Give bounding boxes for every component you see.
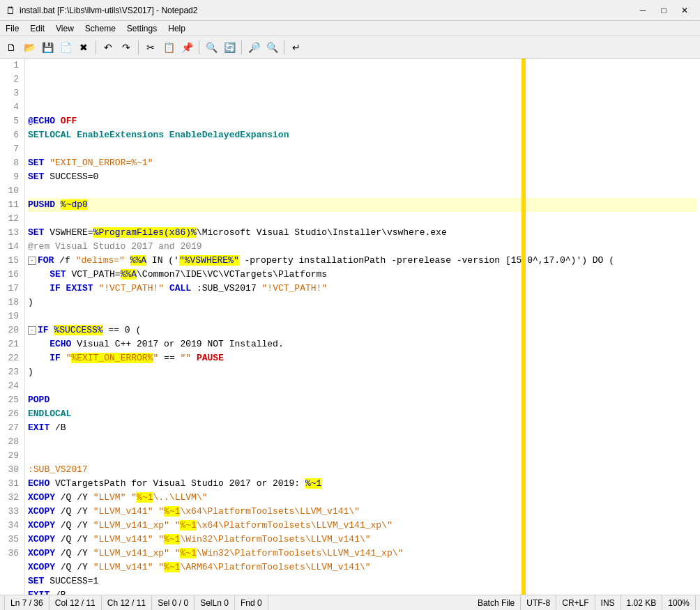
code-line-1: @ECHO OFF <box>28 114 697 128</box>
editor[interactable]: 1234567891011121314151617181920212223242… <box>0 59 700 595</box>
menu-settings[interactable]: Settings <box>121 21 162 36</box>
status-sel: Sel 0 / 0 <box>152 595 195 610</box>
line-number-11: 11 <box>3 198 19 212</box>
line-number-21: 21 <box>3 337 19 351</box>
status-selln: SelLn 0 <box>195 595 235 610</box>
line-number-19: 19 <box>3 310 19 323</box>
minimize-button[interactable]: ─ <box>633 3 653 17</box>
line-numbers: 1234567891011121314151617181920212223242… <box>0 59 25 595</box>
code-line-9: SET VSWHERE=%ProgramFiles(x86)%\Microsof… <box>28 226 697 240</box>
line-number-27: 27 <box>3 421 19 435</box>
code-line-19: ) <box>28 365 697 379</box>
line-number-23: 23 <box>3 365 19 379</box>
editor-container: 1234567891011121314151617181920212223242… <box>0 59 700 595</box>
line-number-26: 26 <box>3 407 19 421</box>
status-fnd: Fnd 0 <box>235 595 268 610</box>
code-line-14: ) <box>28 296 697 310</box>
code-line-28: XCOPY /Q /Y "LLVM" "%~1\..\LLVM\" <box>28 491 697 505</box>
code-line-23: EXIT /B <box>28 421 697 435</box>
status-filetype: Batch File <box>472 595 521 610</box>
fold-16[interactable]: - <box>28 326 36 335</box>
code-line-33: XCOPY /Q /Y "LLVM_v141" "%~1\ARM64\Platf… <box>28 561 697 574</box>
find-button[interactable]: 🔍 <box>203 39 220 56</box>
line-number-30: 30 <box>3 463 19 477</box>
window-controls: ─ □ ✕ <box>633 3 694 17</box>
menu-view[interactable]: View <box>50 21 79 36</box>
code-line-20 <box>28 379 697 393</box>
line-number-22: 22 <box>3 351 19 365</box>
line-number-12: 12 <box>3 212 19 226</box>
line-number-20: 20 <box>3 323 19 337</box>
line-number-1: 1 <box>3 59 19 73</box>
code-line-30: XCOPY /Q /Y "LLVM_v141_xp" "%~1\x64\Plat… <box>28 519 697 533</box>
line-number-17: 17 <box>3 282 19 296</box>
cut-button[interactable]: ✂ <box>142 39 159 56</box>
code-line-17: ECHO Visual C++ 2017 or 2019 NOT Install… <box>28 337 697 351</box>
fold-11[interactable]: - <box>28 257 36 265</box>
new-button[interactable]: 🗋 <box>3 39 20 56</box>
status-bar: Ln 7 / 36 Col 12 / 11 Ch 12 / 11 Sel 0 /… <box>0 595 700 610</box>
code-line-11: -FOR /f "delims=" %%A IN ('"%VSWHERE%" -… <box>28 254 697 268</box>
code-area[interactable]: @ECHO OFFSETLOCAL EnableExtensions Enabl… <box>25 59 700 595</box>
code-line-34: SET SUCCESS=1 <box>28 574 697 588</box>
toolbar: 🗋 📂 💾 📄 ✖ ↶ ↷ ✂ 📋 📌 🔍 🔄 🔎 🔍 ↵ <box>0 36 700 59</box>
code-line-13: IF EXIST "!VCT_PATH!" CALL :SUB_VS2017 "… <box>28 282 697 296</box>
toolbar-sep-2 <box>138 40 139 54</box>
zoom-in-button[interactable]: 🔎 <box>245 39 262 56</box>
line-number-35: 35 <box>3 533 19 547</box>
code-line-12: SET VCT_PATH=%%A\Common7\IDE\VC\VCTarget… <box>28 268 697 282</box>
line-number-10: 10 <box>3 184 19 198</box>
menu-file[interactable]: File <box>0 21 24 36</box>
line-number-28: 28 <box>3 435 19 449</box>
line-number-33: 33 <box>3 505 19 519</box>
line-number-13: 13 <box>3 226 19 240</box>
code-line-8 <box>28 212 697 226</box>
redo-button[interactable]: ↷ <box>118 39 135 56</box>
line-number-8: 8 <box>3 156 19 170</box>
replace-button[interactable]: 🔄 <box>221 39 238 56</box>
open-button[interactable]: 📂 <box>21 39 38 56</box>
paste-button[interactable]: 📌 <box>178 39 195 56</box>
code-line-15 <box>28 310 697 323</box>
line-number-18: 18 <box>3 296 19 310</box>
code-line-29: XCOPY /Q /Y "LLVM_v141" "%~1\x64\Platfor… <box>28 505 697 519</box>
code-line-18: IF "%EXIT_ON_ERROR%" == "" PAUSE <box>28 351 697 365</box>
line-number-5: 5 <box>3 114 19 128</box>
code-line-2: SETLOCAL EnableExtensions EnableDelayedE… <box>28 128 697 142</box>
undo-button[interactable]: ↶ <box>100 39 116 56</box>
line-number-31: 31 <box>3 477 19 491</box>
save-button[interactable]: 💾 <box>39 39 56 56</box>
line-number-2: 2 <box>3 73 19 86</box>
app-icon: 🗒 <box>6 5 15 16</box>
code-line-25 <box>28 449 697 463</box>
code-line-7: PUSHD %~dp0 <box>28 198 697 212</box>
code-line-24 <box>28 435 697 449</box>
line-number-36: 36 <box>3 547 19 561</box>
copy-button[interactable]: 📋 <box>160 39 177 56</box>
status-lineending: CR+LF <box>556 595 595 610</box>
line-number-32: 32 <box>3 491 19 505</box>
line-number-29: 29 <box>3 449 19 463</box>
menu-edit[interactable]: Edit <box>24 21 50 36</box>
code-line-10: @rem Visual Studio 2017 and 2019 <box>28 240 697 254</box>
close-button[interactable]: ✕ <box>675 3 694 17</box>
zoom-out-button[interactable]: 🔍 <box>264 39 280 56</box>
menu-scheme[interactable]: Scheme <box>79 21 121 36</box>
wrap-button[interactable]: ↵ <box>288 39 305 56</box>
code-line-35: EXIT /B <box>28 588 697 595</box>
save-as-button[interactable]: 📄 <box>57 39 74 56</box>
line-number-14: 14 <box>3 240 19 254</box>
line-number-9: 9 <box>3 170 19 184</box>
maximize-button[interactable]: □ <box>654 3 674 17</box>
line-number-16: 16 <box>3 268 19 282</box>
close-button2[interactable]: ✖ <box>75 39 92 56</box>
toolbar-sep-1 <box>96 40 96 54</box>
line-number-25: 25 <box>3 393 19 407</box>
window-title: install.bat [F:\Libs\llvm-utils\VS2017] … <box>20 6 633 15</box>
line-number-24: 24 <box>3 379 19 393</box>
menu-help[interactable]: Help <box>162 21 191 36</box>
code-line-27: ECHO VCTargetsPath for Visual Studio 201… <box>28 477 697 491</box>
code-line-16: -IF %SUCCESS% == 0 ( <box>28 323 697 337</box>
status-col: Col 12 / 11 <box>50 595 102 610</box>
code-line-6 <box>28 184 697 198</box>
